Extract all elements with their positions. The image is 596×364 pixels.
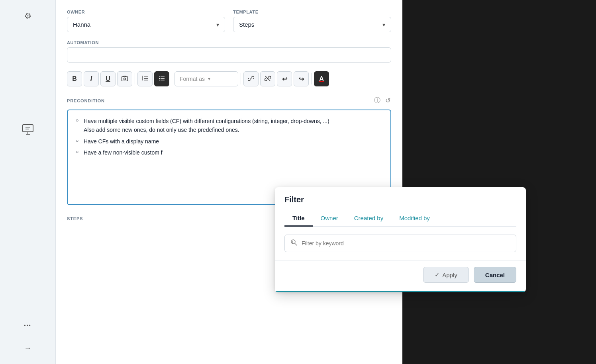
filter-modal-header: Filter Title Owner Created by Modified b… xyxy=(275,187,526,227)
ordered-list-button[interactable]: 1 2 3 xyxy=(137,71,153,86)
svg-rect-0 xyxy=(23,125,33,132)
filter-tabs: Title Owner Created by Modified by xyxy=(284,211,516,227)
template-value: Steps xyxy=(239,21,254,28)
unlink-icon xyxy=(265,75,271,83)
toolbar-sep-2 xyxy=(172,73,172,84)
svg-rect-5 xyxy=(122,76,128,81)
svg-line-19 xyxy=(265,76,270,81)
link-icon xyxy=(248,75,254,83)
owner-value: Hanna xyxy=(73,21,90,28)
filter-tab-title-label: Title xyxy=(292,215,305,221)
font-color-button[interactable]: A xyxy=(314,71,329,86)
dark-background xyxy=(402,0,596,364)
ordered-list-icon: 1 2 3 xyxy=(142,76,148,82)
redo-icon: ↪ xyxy=(299,75,304,83)
reset-icon: ↺ xyxy=(385,97,390,104)
filter-search-box xyxy=(284,235,516,252)
toolbar-sep-3 xyxy=(241,73,241,84)
content-area: OWNER Hanna ▾ TEMPLATE Steps ▾ AUTOMATIO… xyxy=(56,0,402,364)
apply-button[interactable]: ✓ Apply xyxy=(423,267,469,283)
underline-icon: U xyxy=(106,75,110,82)
precondition-actions: ⓘ ↺ xyxy=(373,96,391,106)
filter-tab-owner-label: Owner xyxy=(321,215,338,221)
filter-modal: Filter Title Owner Created by Modified b… xyxy=(275,187,526,292)
filter-tab-created-by-label: Created by xyxy=(354,215,383,221)
automation-input[interactable] xyxy=(67,47,391,63)
filter-tab-modified-by[interactable]: Modified by xyxy=(391,211,438,227)
steps-title: STEPS xyxy=(67,216,83,221)
toolbar-sep-1 xyxy=(135,73,135,84)
undo-icon: ↩ xyxy=(282,75,287,83)
italic-button[interactable]: I xyxy=(84,71,99,86)
svg-rect-17 xyxy=(159,78,160,79)
cancel-label: Cancel xyxy=(485,272,505,278)
svg-rect-16 xyxy=(159,76,160,77)
info-icon: ⓘ xyxy=(374,97,380,104)
navigate-button[interactable]: → xyxy=(18,339,37,358)
unlink-button[interactable] xyxy=(260,71,275,86)
font-color-icon: A xyxy=(319,75,324,82)
template-chevron-icon: ▾ xyxy=(382,22,385,28)
sidebar-bottom: ••• → xyxy=(18,316,37,364)
filter-tab-modified-by-label: Modified by xyxy=(399,215,430,221)
owner-select[interactable]: Hanna ▾ xyxy=(67,17,225,32)
template-label: TEMPLATE xyxy=(233,10,391,14)
filter-modal-footer: ✓ Apply Cancel xyxy=(275,260,526,291)
format-as-select[interactable]: Format as ▾ xyxy=(174,71,238,86)
filter-modal-bottom-bar xyxy=(275,291,526,292)
filter-tab-created-by[interactable]: Created by xyxy=(346,211,391,227)
precondition-title: PRECONDITION xyxy=(67,98,105,103)
precondition-content: Have multiple visible custom fields (CF)… xyxy=(76,117,382,157)
toolbar: B I U xyxy=(67,69,391,89)
cancel-button[interactable]: Cancel xyxy=(474,267,516,283)
precondition-reset-button[interactable]: ↺ xyxy=(384,96,391,106)
form-row-owner-template: OWNER Hanna ▾ TEMPLATE Steps ▾ xyxy=(67,10,391,32)
arrow-icon: → xyxy=(24,344,31,352)
filter-tab-owner[interactable]: Owner xyxy=(313,211,346,227)
sidebar: ⚙ ••• → xyxy=(0,0,56,364)
template-select[interactable]: Steps ▾ xyxy=(233,17,391,32)
owner-label: OWNER xyxy=(67,10,225,14)
underline-button[interactable]: U xyxy=(100,71,116,86)
owner-group: OWNER Hanna ▾ xyxy=(67,10,225,32)
toolbar-sep-4 xyxy=(311,73,312,84)
undo-button[interactable]: ↩ xyxy=(277,71,292,86)
main-content: ⚙ ••• → xyxy=(0,0,402,364)
gear-icon: ⚙ xyxy=(24,11,31,21)
filter-search-icon xyxy=(290,239,298,248)
format-as-chevron-icon: ▾ xyxy=(208,76,210,82)
link-button[interactable] xyxy=(243,71,259,86)
template-group: TEMPLATE Steps ▾ xyxy=(233,10,391,32)
more-options-button[interactable]: ••• xyxy=(18,316,37,335)
svg-text:3: 3 xyxy=(142,78,143,81)
precondition-item-1: Have multiple visible custom fields (CF)… xyxy=(76,117,382,135)
svg-line-21 xyxy=(295,243,297,245)
svg-rect-18 xyxy=(159,80,160,80)
precondition-list: Have multiple visible custom fields (CF)… xyxy=(76,117,382,157)
format-as-label: Format as xyxy=(180,76,205,82)
checkmark-icon: ✓ xyxy=(435,271,440,278)
sidebar-divider xyxy=(6,32,50,32)
bold-button[interactable]: B xyxy=(67,71,82,86)
italic-icon: I xyxy=(90,75,92,82)
automation-group: AUTOMATION xyxy=(67,40,391,63)
gear-button[interactable]: ⚙ xyxy=(18,6,37,25)
filter-keyword-input[interactable] xyxy=(302,240,510,247)
redo-button[interactable]: ↪ xyxy=(294,71,309,86)
precondition-item-2: Have CFs with a display name xyxy=(76,137,382,146)
camera-button[interactable] xyxy=(117,71,132,86)
precondition-header: PRECONDITION ⓘ ↺ xyxy=(67,96,391,106)
automation-label: AUTOMATION xyxy=(67,40,391,45)
camera-icon xyxy=(122,76,128,82)
bold-icon: B xyxy=(72,75,77,82)
filter-modal-title: Filter xyxy=(284,195,516,204)
owner-chevron-icon: ▾ xyxy=(216,22,219,28)
filter-tab-title[interactable]: Title xyxy=(284,211,313,227)
unordered-list-icon xyxy=(159,76,165,82)
svg-point-6 xyxy=(124,78,126,80)
precondition-item-3: Have a few non-visible custom f xyxy=(76,148,382,157)
dots-icon: ••• xyxy=(24,323,31,329)
unordered-list-button[interactable] xyxy=(154,71,169,86)
precondition-info-button[interactable]: ⓘ xyxy=(373,96,381,106)
monitor-icon xyxy=(17,118,39,141)
